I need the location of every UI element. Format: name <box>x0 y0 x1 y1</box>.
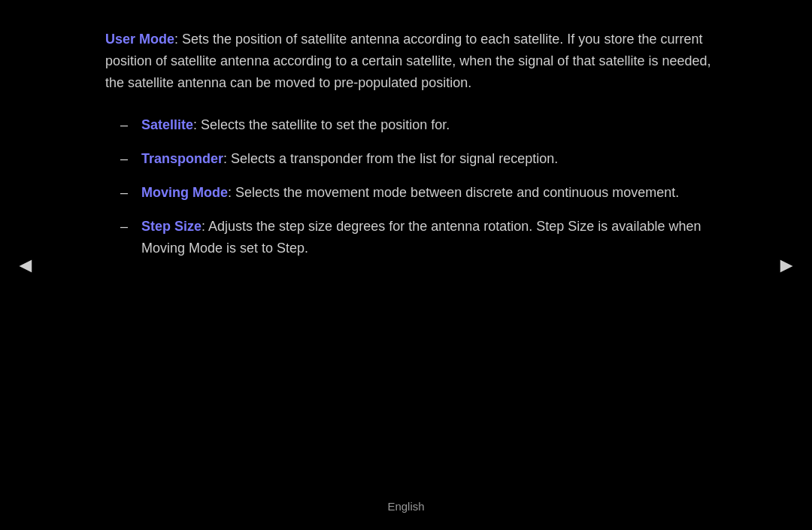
bullet-text-3: : Adjusts the step size degrees for the … <box>141 219 701 256</box>
intro-term: User Mode <box>105 32 174 47</box>
next-button[interactable]: ► <box>768 241 804 289</box>
language-label: English <box>387 498 424 515</box>
list-item: Satellite: Selects the satellite to set … <box>120 114 729 136</box>
main-content: User Mode: Sets the position of satellit… <box>0 0 812 530</box>
bullet-term-1: Transponder <box>141 151 223 166</box>
bullet-term-2: Moving Mode <box>141 185 228 200</box>
bullet-text-2: : Selects the movement mode between disc… <box>228 185 679 200</box>
intro-paragraph: User Mode: Sets the position of satellit… <box>105 29 729 93</box>
bullet-list: Satellite: Selects the satellite to set … <box>105 114 729 271</box>
prev-button[interactable]: ◄ <box>8 241 44 289</box>
bullet-text-1: : Selects a transponder from the list fo… <box>223 151 558 166</box>
intro-text: : Sets the position of satellite antenna… <box>105 32 711 90</box>
bullet-term-0: Satellite <box>141 117 193 132</box>
list-item: Moving Mode: Selects the movement mode b… <box>120 182 729 204</box>
list-item: Step Size: Adjusts the step size degrees… <box>120 216 729 259</box>
list-item: Transponder: Selects a transponder from … <box>120 148 729 170</box>
bullet-term-3: Step Size <box>141 219 201 234</box>
bullet-text-0: : Selects the satellite to set the posit… <box>193 117 450 132</box>
